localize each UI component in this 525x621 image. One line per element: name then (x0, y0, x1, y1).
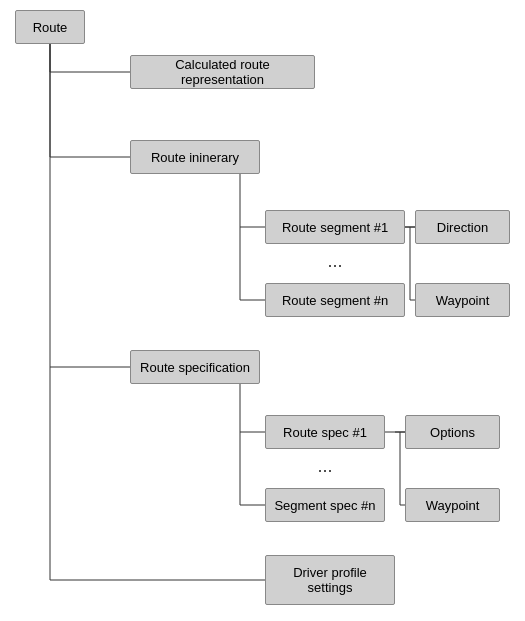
route-node: Route (15, 10, 85, 44)
ellipsis2: ··· (265, 460, 385, 481)
ellipsis1: ··· (265, 255, 405, 276)
calc-route-node: Calculated route representation (130, 55, 315, 89)
driver-profile-node: Driver profile settings (265, 555, 395, 605)
options-node: Options (405, 415, 500, 449)
route-spec-node: Route specification (130, 350, 260, 384)
diagram: Route Calculated route representation Ro… (0, 0, 525, 621)
waypoint2-node: Waypoint (405, 488, 500, 522)
direction-node: Direction (415, 210, 510, 244)
seg-specn-node: Segment spec #n (265, 488, 385, 522)
route-itinerary-node: Route ininerary (130, 140, 260, 174)
waypoint1-node: Waypoint (415, 283, 510, 317)
route-spec1-node: Route spec #1 (265, 415, 385, 449)
route-seg1-node: Route segment #1 (265, 210, 405, 244)
route-segn-node: Route segment #n (265, 283, 405, 317)
